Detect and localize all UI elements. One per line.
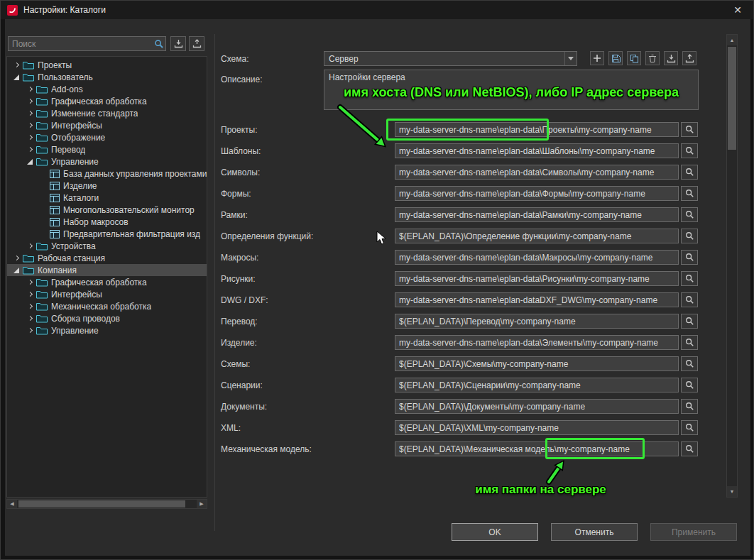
path-input[interactable] — [395, 335, 679, 350]
tree-item[interactable]: Перевод — [7, 143, 207, 155]
table-icon — [50, 218, 60, 226]
new-scheme-button[interactable] — [590, 51, 604, 65]
path-input[interactable] — [395, 292, 679, 307]
tree-item[interactable]: Add-ons — [7, 83, 207, 95]
tree-item[interactable]: Интерфейсы — [7, 288, 207, 300]
horizontal-scroll-thumb[interactable] — [18, 500, 185, 507]
browse-button[interactable] — [681, 122, 698, 137]
scroll-right-arrow-icon[interactable]: ▶ — [197, 500, 207, 508]
expander-collapsed-icon[interactable] — [25, 280, 35, 284]
field-row: Рамки: — [221, 207, 704, 229]
import-scheme-button[interactable] — [170, 36, 186, 51]
import-button[interactable] — [664, 51, 678, 65]
browse-button[interactable] — [681, 143, 698, 158]
path-input[interactable] — [395, 207, 679, 222]
path-input[interactable] — [395, 250, 679, 265]
path-input[interactable] — [395, 165, 679, 180]
tree-item[interactable]: Интерфейсы — [7, 119, 207, 131]
export-button[interactable] — [682, 51, 696, 65]
tree-item[interactable]: Сборка проводов — [7, 312, 207, 324]
save-scheme-button[interactable] — [608, 51, 623, 65]
delete-scheme-button[interactable] — [645, 51, 660, 65]
path-input[interactable] — [395, 356, 679, 371]
vertical-scroll-thumb[interactable] — [728, 47, 736, 150]
tree-item[interactable]: Графическая обработка — [7, 95, 207, 107]
path-input[interactable] — [395, 378, 679, 392]
tree-item[interactable]: Управление — [7, 155, 207, 168]
cancel-button[interactable]: Отменить — [551, 523, 638, 541]
vertical-scrollbar[interactable]: ▲ ▼ — [726, 34, 738, 498]
path-input[interactable] — [395, 186, 679, 201]
expander-collapsed-icon[interactable] — [25, 111, 35, 115]
expander-expanded-icon[interactable] — [11, 268, 21, 273]
scheme-select[interactable]: Сервер — [324, 51, 577, 66]
tree-item[interactable]: Проекты — [7, 59, 207, 71]
dropdown-arrow[interactable] — [564, 52, 577, 65]
browse-button[interactable] — [681, 378, 698, 392]
scroll-left-arrow-icon[interactable]: ◀ — [7, 500, 17, 508]
expander-collapsed-icon[interactable] — [11, 63, 21, 67]
browse-button[interactable] — [681, 186, 698, 201]
expander-collapsed-icon[interactable] — [25, 317, 35, 320]
expander-expanded-icon[interactable] — [11, 75, 21, 80]
browse-button[interactable] — [681, 420, 698, 435]
expander-collapsed-icon[interactable] — [25, 304, 35, 308]
tree-item-label: Механическая обработка — [51, 302, 151, 312]
expander-expanded-icon[interactable] — [25, 159, 35, 165]
magnifier-icon — [685, 380, 694, 390]
field-label: Схемы: — [221, 359, 250, 369]
ok-button[interactable]: OK — [452, 523, 538, 541]
tree-item[interactable]: Управление — [7, 324, 207, 336]
expander-collapsed-icon[interactable] — [25, 136, 35, 139]
tree-item[interactable]: Устройства — [7, 240, 207, 252]
scroll-down-arrow-icon[interactable]: ▼ — [727, 486, 737, 497]
scroll-up-arrow-icon[interactable]: ▲ — [727, 35, 737, 45]
tree-item[interactable]: Предварительная фильтрация изд — [7, 228, 207, 240]
tree-item[interactable]: Рабочая станция — [7, 252, 207, 264]
tree-item[interactable]: Набор макросов — [7, 216, 207, 228]
expander-collapsed-icon[interactable] — [11, 256, 21, 260]
browse-button[interactable] — [681, 271, 698, 286]
path-input[interactable] — [395, 399, 679, 414]
browse-button[interactable] — [681, 356, 698, 371]
browse-button[interactable] — [681, 229, 698, 243]
browse-button[interactable] — [681, 335, 698, 350]
browse-button[interactable] — [681, 165, 698, 180]
close-button[interactable]: ✕ — [722, 1, 753, 19]
apply-button[interactable]: Применить — [650, 523, 737, 541]
tree-item[interactable]: Графическая обработка — [7, 276, 207, 288]
expander-collapsed-icon[interactable] — [25, 123, 35, 127]
browse-button[interactable] — [681, 399, 698, 414]
tree-item[interactable]: Изменение стандарта — [7, 107, 207, 119]
path-input[interactable] — [395, 229, 679, 243]
magnifier-icon — [685, 317, 694, 326]
search-icon[interactable] — [153, 39, 165, 49]
browse-button[interactable] — [681, 250, 698, 265]
path-input[interactable] — [395, 271, 679, 286]
tree-item[interactable]: Пользователь — [7, 71, 207, 83]
tree-item[interactable]: Каталоги — [7, 192, 207, 204]
export-scheme-button[interactable] — [189, 36, 204, 51]
expander-collapsed-icon[interactable] — [25, 148, 35, 151]
browse-button[interactable] — [681, 314, 698, 329]
tree-item[interactable]: База данных управления проектами — [7, 168, 207, 180]
expander-collapsed-icon[interactable] — [25, 292, 35, 296]
expander-collapsed-icon[interactable] — [25, 87, 35, 91]
tree-item[interactable]: Механическая обработка — [7, 300, 207, 312]
browse-button[interactable] — [681, 441, 698, 456]
tree-item[interactable]: Отображение — [7, 131, 207, 143]
path-input[interactable] — [395, 143, 679, 158]
path-input[interactable] — [395, 420, 679, 435]
expander-collapsed-icon[interactable] — [25, 244, 35, 248]
copy-scheme-button[interactable] — [627, 51, 641, 65]
path-input[interactable] — [395, 314, 679, 329]
browse-button[interactable] — [681, 292, 698, 307]
expander-collapsed-icon[interactable] — [25, 329, 35, 332]
tree-item[interactable]: Изделие — [7, 180, 207, 192]
browse-button[interactable] — [681, 207, 698, 222]
tree-horizontal-scrollbar[interactable]: ◀ ▶ — [6, 499, 207, 509]
expander-collapsed-icon[interactable] — [25, 99, 35, 103]
tree-item[interactable]: Компания — [7, 264, 207, 276]
search-input[interactable] — [9, 39, 153, 49]
tree-item[interactable]: Многопользовательский монитор — [7, 204, 207, 216]
